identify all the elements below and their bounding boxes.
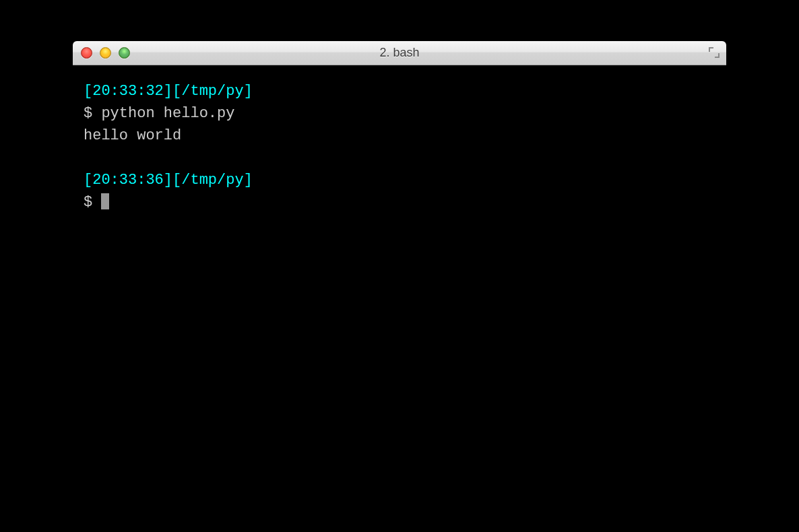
terminal-window: 2. bash [20:33:32][/tmp/py]$ python hell…: [73, 41, 726, 447]
titlebar[interactable]: 2. bash: [73, 41, 726, 65]
window-title: 2. bash: [73, 46, 726, 60]
traffic-lights: [81, 47, 130, 59]
prompt-symbol: $: [84, 194, 101, 211]
prompt-info: [20:33:36][/tmp/py]: [84, 172, 253, 189]
minimize-icon[interactable]: [100, 47, 111, 59]
command-text: python hello.py: [101, 105, 234, 122]
zoom-icon[interactable]: [119, 47, 130, 59]
cursor-icon: [101, 193, 109, 209]
fullscreen-icon[interactable]: [707, 46, 721, 59]
terminal-content[interactable]: [20:33:32][/tmp/py]$ python hello.pyhell…: [73, 65, 726, 447]
prompt-symbol: $: [84, 105, 101, 122]
output-text: hello world: [84, 125, 715, 147]
prompt-info: [20:33:32][/tmp/py]: [84, 83, 253, 100]
close-icon[interactable]: [81, 47, 92, 59]
